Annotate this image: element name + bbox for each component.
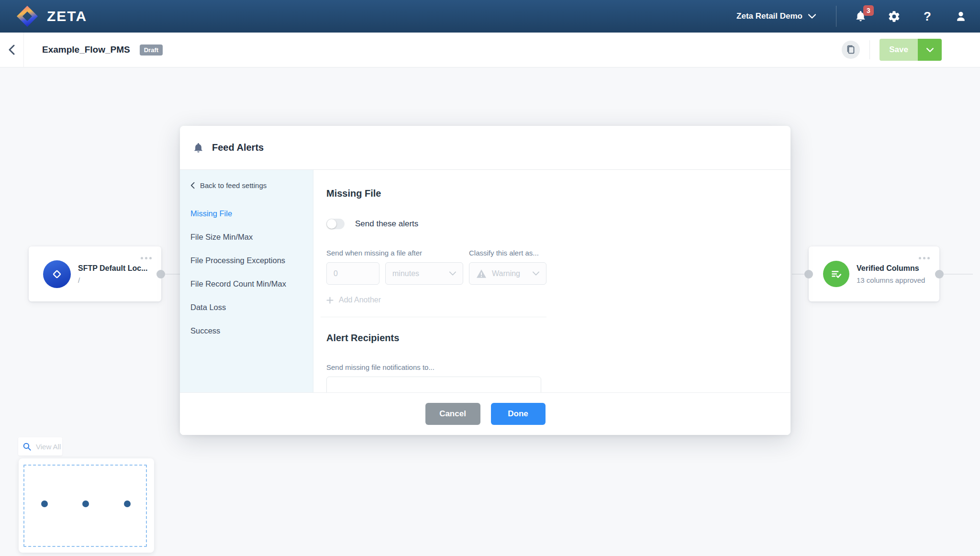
time-unit-select[interactable]: minutes: [385, 262, 463, 285]
modal-header: Feed Alerts: [180, 126, 791, 170]
minimap-node-dot: [82, 500, 89, 507]
back-link-label: Back to feed settings: [200, 181, 267, 189]
connector-port[interactable]: [804, 270, 813, 278]
recipients-label: Send missing file notifications to...: [326, 363, 434, 371]
node-sftp-source[interactable]: SFTP Default Loc... /: [29, 246, 161, 301]
minimap-node-dot: [124, 500, 131, 507]
time-unit-value: minutes: [392, 269, 419, 278]
nav-item-missing-file[interactable]: Missing File: [180, 202, 313, 225]
nav-item-file-size[interactable]: File Size Min/Max: [180, 225, 313, 249]
toggle-knob: [327, 219, 336, 229]
classify-select[interactable]: Warning: [469, 262, 546, 285]
settings-button[interactable]: [887, 10, 901, 23]
cancel-button[interactable]: Cancel: [425, 403, 480, 425]
minimap-node-dot: [41, 500, 48, 507]
flow-minimap[interactable]: [19, 458, 154, 553]
back-button[interactable]: [0, 33, 24, 67]
navbar-icons: 3 ?: [854, 10, 968, 23]
chevron-down-icon: [808, 14, 816, 19]
plus-icon: [326, 297, 334, 304]
view-all-button[interactable]: View All: [18, 437, 62, 456]
section-heading: Missing File: [326, 188, 381, 199]
add-another-label: Add Another: [339, 296, 381, 304]
node-verified-columns[interactable]: Verified Columns 13 columns approved: [809, 246, 939, 301]
modal-title: Feed Alerts: [212, 142, 264, 153]
classify-value-wrap: Warning: [476, 269, 520, 278]
save-options-button[interactable]: [918, 39, 942, 61]
feed-alerts-modal: Feed Alerts Back to feed settings Missin…: [180, 126, 791, 435]
header-divider: [869, 40, 870, 59]
notification-badge: 3: [863, 5, 874, 16]
missing-after-inputs: minutes: [326, 262, 463, 285]
search-icon: [22, 442, 32, 451]
node-text: SFTP Default Loc... /: [78, 264, 148, 284]
recipients-input[interactable]: [326, 377, 541, 392]
flow-edge: [944, 274, 973, 275]
classify-value: Warning: [492, 269, 520, 278]
alert-condition-fields: Send when missing a file after minutes: [326, 249, 546, 285]
list-check-icon: [830, 268, 843, 280]
nav-item-data-loss[interactable]: Data Loss: [180, 296, 313, 319]
nav-item-file-record-count[interactable]: File Record Count Min/Max: [180, 272, 313, 296]
add-another-button[interactable]: Add Another: [326, 296, 381, 304]
navbar-right: Zeta Retail Demo 3: [736, 6, 968, 27]
recipients-heading: Alert Recipients: [326, 333, 399, 344]
view-all-label: View All: [36, 443, 61, 451]
bell-icon: [193, 142, 204, 154]
classify-group: Classify this alert as... Warning: [469, 249, 546, 285]
notifications-button[interactable]: 3: [854, 10, 867, 23]
send-alerts-toggle[interactable]: [326, 219, 345, 229]
nav-item-success[interactable]: Success: [180, 319, 313, 343]
node-title: Verified Columns: [857, 264, 925, 273]
modal-footer: Cancel Done: [180, 392, 791, 435]
node-subtitle: /: [78, 276, 148, 284]
connector-port[interactable]: [935, 270, 944, 278]
chevron-left-icon: [190, 182, 195, 189]
sftp-node-icon: [43, 260, 71, 288]
chevron-down-icon: [926, 48, 934, 52]
app-stage: ZETA Zeta Retail Demo 3: [0, 0, 980, 556]
status-badge: Draft: [140, 44, 163, 56]
node-subtitle: 13 columns approved: [857, 276, 925, 284]
missing-after-label: Send when missing a file after: [326, 249, 463, 257]
account-switcher[interactable]: Zeta Retail Demo: [736, 11, 816, 21]
toggle-label: Send these alerts: [355, 219, 418, 229]
verified-columns-icon: [823, 261, 849, 287]
navbar-divider: [836, 6, 836, 27]
back-to-feed-settings-link[interactable]: Back to feed settings: [180, 170, 313, 189]
node-title: SFTP Default Loc...: [78, 264, 148, 273]
node-text: Verified Columns 13 columns approved: [857, 264, 925, 284]
save-button[interactable]: Save: [880, 39, 918, 61]
node-menu-button[interactable]: [917, 255, 932, 261]
help-button[interactable]: ?: [921, 10, 934, 23]
chevron-left-icon: [9, 44, 15, 55]
user-menu-button[interactable]: [954, 10, 968, 23]
help-icon: ?: [924, 10, 931, 22]
top-navbar: ZETA Zeta Retail Demo 3: [0, 0, 980, 33]
nav-item-file-processing-exceptions[interactable]: File Processing Exceptions: [180, 249, 313, 272]
brand-name: ZETA: [47, 8, 87, 24]
chevron-down-icon: [449, 271, 456, 276]
duplicate-button[interactable]: [842, 41, 860, 59]
node-menu-button[interactable]: [139, 255, 154, 261]
flow-header: Example_Flow_PMS Draft Save: [0, 33, 980, 67]
brand: ZETA: [16, 5, 87, 27]
missing-after-group: Send when missing a file after minutes: [326, 249, 463, 285]
user-icon: [955, 10, 967, 22]
send-alerts-row: Send these alerts: [326, 219, 418, 229]
done-button[interactable]: Done: [491, 403, 546, 425]
connector-port[interactable]: [156, 270, 165, 278]
diamond-icon: [52, 269, 62, 279]
warning-icon: [476, 269, 487, 278]
missing-after-value-input[interactable]: [326, 262, 379, 285]
classify-label: Classify this alert as...: [469, 249, 546, 257]
header-actions: Save: [842, 39, 942, 61]
save-split-button: Save: [880, 39, 942, 61]
alerts-sidebar: Back to feed settings Missing File File …: [180, 170, 313, 392]
alert-types-nav: Missing File File Size Min/Max File Proc…: [180, 202, 313, 343]
copy-icon: [846, 44, 856, 55]
zeta-logo-icon: [16, 5, 38, 27]
modal-body: Back to feed settings Missing File File …: [180, 170, 791, 392]
account-name: Zeta Retail Demo: [736, 11, 802, 21]
chevron-down-icon: [533, 271, 539, 276]
